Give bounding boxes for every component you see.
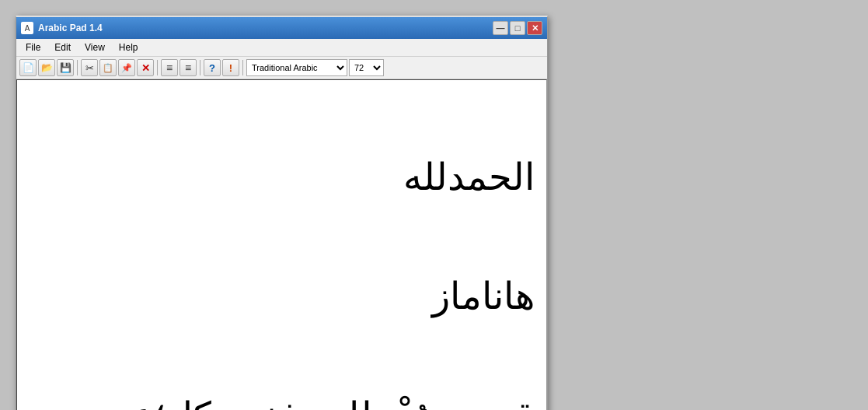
delete-button[interactable]: [137, 59, 154, 76]
minimize-button[interactable]: —: [493, 21, 508, 35]
line-1: الحمدلله: [403, 156, 535, 198]
separator-4: [242, 60, 243, 75]
window-controls: — □ ✕: [493, 21, 542, 35]
editor-area[interactable]: الحمدلله هاناماز ق وَ رتيُ ْ طاسدفغحجكل؛…: [16, 79, 547, 410]
menu-bar: File Edit View Help: [16, 39, 547, 57]
line-2: هاناماز: [432, 275, 535, 317]
title-bar-left: A Arabic Pad 1.4: [21, 22, 103, 34]
toolbar: ≡ ≡ Traditional Arabic Arabic Typesettin…: [16, 57, 547, 79]
app-icon: A: [21, 22, 33, 34]
paste-button[interactable]: [118, 59, 135, 76]
menu-view[interactable]: View: [78, 40, 111, 54]
copy-icon: [103, 63, 113, 73]
open-icon: [41, 62, 53, 73]
separator-2: [157, 60, 158, 75]
separator-1: [77, 60, 78, 75]
main-window: A Arabic Pad 1.4 — □ ✕ File Edit View He…: [16, 16, 548, 410]
new-icon: [23, 62, 34, 73]
maximize-button[interactable]: □: [510, 21, 525, 35]
title-bar: A Arabic Pad 1.4 — □ ✕: [16, 17, 547, 39]
menu-edit[interactable]: Edit: [48, 40, 77, 54]
paste-icon: [121, 63, 132, 73]
info-button[interactable]: [222, 59, 239, 76]
cut-button[interactable]: [81, 59, 98, 76]
line-3: ق وَ رتيُ ْ طاسدفغحجكل؛ع: [131, 395, 535, 410]
align-left-icon: ≡: [185, 61, 191, 74]
cut-icon: [85, 62, 94, 74]
align-right-icon: ≡: [166, 61, 173, 74]
align-left-button[interactable]: ≡: [180, 59, 197, 76]
info-icon: [229, 62, 232, 74]
open-button[interactable]: [38, 59, 55, 76]
save-icon: [60, 62, 71, 73]
arabic-text: الحمدلله هاناماز ق وَ رتيُ ْ طاسدفغحجكل؛…: [29, 88, 535, 410]
close-button[interactable]: ✕: [527, 21, 542, 35]
size-selector[interactable]: 8 10 12 14 18 24 36 48 72 96: [349, 59, 384, 76]
save-button[interactable]: [57, 59, 74, 76]
menu-file[interactable]: File: [19, 40, 47, 54]
new-button[interactable]: [19, 59, 37, 76]
align-right-button[interactable]: ≡: [161, 59, 178, 76]
help-icon: [209, 62, 215, 74]
copy-button[interactable]: [99, 59, 117, 76]
delete-icon: [141, 62, 150, 74]
window-title: Arabic Pad 1.4: [38, 23, 103, 33]
help-button[interactable]: [204, 59, 221, 76]
menu-help[interactable]: Help: [113, 40, 145, 54]
font-selector[interactable]: Traditional Arabic Arabic Typesetting Si…: [246, 59, 347, 76]
separator-3: [200, 60, 200, 75]
